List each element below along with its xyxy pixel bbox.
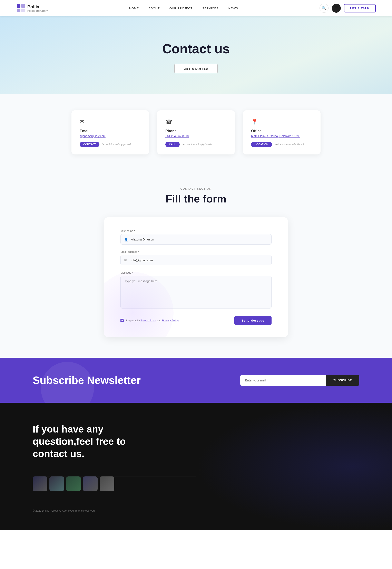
gallery-thumb-4[interactable] [83,476,98,491]
menu-icon: ☰ [335,6,338,10]
office-optional: *extra information(optional) [274,143,304,146]
footer-links: FAQ Terms and conditions Privacy policy … [284,503,359,507]
form-section-title: Fill the form [166,193,226,205]
form-footer: I agree with Terms of Use and Privacy Po… [120,316,272,325]
privacy-policy-link[interactable]: Privacy Policy [162,319,179,322]
gallery-thumb-5[interactable] [100,476,114,491]
svg-rect-1 [21,4,25,8]
name-input-wrapper: 👤 [120,234,272,245]
main-nav: HOME ABOUT OUR PROJECT SERVICES NEWS [129,7,238,10]
get-started-button[interactable]: GET STARTED [174,64,217,73]
newsletter-title: Subscribe Newsletter [33,374,141,386]
get-in-touch-button[interactable]: GET IN TOUCH [317,436,359,447]
subscribe-button[interactable]: SUBSCRIBE [326,375,359,386]
footer-gallery [33,476,359,491]
office-card-title: Office [251,129,312,133]
copyright: © 2022 Digitiz · Creative Agency All Rig… [33,509,95,512]
newsletter-email-input[interactable] [240,375,326,386]
footer-terms-link[interactable]: Terms and conditions [296,503,321,507]
dark-text: If you have any question,feel free to co… [33,423,155,460]
gallery-thumb-3[interactable] [66,476,81,491]
contact-cards-section: ✉ Email support@guialy.com CONTACT *extr… [0,94,392,171]
user-icon: 👤 [124,237,128,241]
email-card-info[interactable]: support@guialy.com [80,134,141,138]
phone-icon: ☎ [165,118,227,125]
message-group: Message * [120,271,272,309]
email-input[interactable] [120,255,272,265]
footer-contact-link[interactable]: Contact [350,503,359,507]
svg-rect-0 [17,4,20,8]
terms-checkbox-label[interactable]: I agree with Terms of Use and Privacy Po… [120,319,179,322]
logo-subtitle: Pollix Digital Agency [27,10,48,12]
nav-home[interactable]: HOME [129,7,139,10]
form-container: Your name * 👤 Email address * ✉ Message … [104,217,288,337]
phone-card: ☎ Phone +61 234-567 8910 CALL *extra inf… [157,110,235,154]
logo-name: Pollix [27,4,48,10]
terms-checkbox[interactable] [120,319,124,322]
phone-optional: *extra information(optional) [182,143,211,146]
twitter-icon[interactable]: 𝕥 [331,511,338,518]
contact-optional: *extra information(optional) [102,143,131,146]
newsletter-form: SUBSCRIBE [240,375,359,386]
pinterest-icon[interactable]: 𝒑 [341,511,349,518]
nav-services[interactable]: SERVICES [202,7,219,10]
form-section-label: CONTACT SECTION [180,187,211,190]
email-card-title: Email [80,129,141,133]
header-actions: 🔍 ☰ LET'S TALK [320,4,376,13]
phone-card-title: Phone [165,129,227,133]
send-message-button[interactable]: Send Message [234,316,272,325]
envelope-icon: ✉ [124,258,127,262]
dark-content: If you have any question,feel free to co… [33,423,359,460]
dark-cta-text: If you have any question,feel free to co… [33,423,155,460]
logo[interactable]: Pollix Pollix Digital Agency [16,4,48,13]
linkedin-icon[interactable]: in [352,511,359,518]
facebook-icon[interactable]: f [320,511,327,518]
gallery-thumb-2[interactable] [49,476,64,491]
phone-card-info[interactable]: +61 234-567 8910 [165,134,227,138]
site-footer: © 2022 Digitiz · Creative Agency All Rig… [33,476,359,518]
email-label: Email address * [120,250,272,253]
search-icon: 🔍 [322,6,326,10]
footer-faq-link[interactable]: FAQ [284,503,289,507]
menu-button[interactable]: ☰ [332,4,341,13]
email-icon: ✉ [80,118,141,125]
footer-bottom: © 2022 Digitiz · Creative Agency All Rig… [33,499,359,518]
follow-label: Follow Us- [303,513,317,516]
name-input[interactable] [120,234,272,245]
form-section: CONTACT SECTION Fill the form Your name … [0,171,392,358]
terms-text: I agree with Terms of Use and Privacy Po… [126,319,179,322]
location-badge[interactable]: LOCATION [251,142,272,147]
nav-about[interactable]: ABOUT [149,7,160,10]
svg-rect-3 [21,9,25,12]
office-card: 📍 Office 6391 Elgin St. Celina, Delaware… [243,110,321,154]
email-card: ✉ Email support@guialy.com CONTACT *extr… [71,110,149,154]
footer-privacy-link[interactable]: Privacy policy [327,503,344,507]
name-label: Your name * [120,229,272,233]
search-button[interactable]: 🔍 [320,4,328,13]
newsletter-section: Subscribe Newsletter SUBSCRIBE [0,358,392,403]
call-badge[interactable]: CALL [165,142,180,147]
email-group: Email address * ✉ [120,250,272,265]
page-title: Contact us [162,41,230,56]
email-input-wrapper: ✉ [120,255,272,265]
message-label: Message * [120,271,272,274]
lets-talk-button[interactable]: LET'S TALK [344,4,376,13]
logo-icon [16,4,25,13]
site-header: Pollix Pollix Digital Agency HOME ABOUT … [0,0,392,16]
dark-cta-section: If you have any question,feel free to co… [0,403,392,530]
nav-news[interactable]: NEWS [228,7,238,10]
gallery-thumb-1[interactable] [33,476,47,491]
svg-rect-2 [17,9,20,12]
footer-social: Follow Us- f 𝕥 𝒑 in [303,511,359,518]
contact-badge[interactable]: CONTACT [80,142,99,147]
terms-of-use-link[interactable]: Terms of Use [141,319,156,322]
office-card-info[interactable]: 6391 Elgin St. Celina, Delaware 10299 [251,134,312,138]
message-textarea[interactable] [120,276,272,308]
nav-our-project[interactable]: OUR PROJECT [169,7,193,10]
name-group: Your name * 👤 [120,229,272,245]
location-icon: 📍 [251,118,312,125]
hero-section: Contact us GET STARTED [0,16,392,94]
